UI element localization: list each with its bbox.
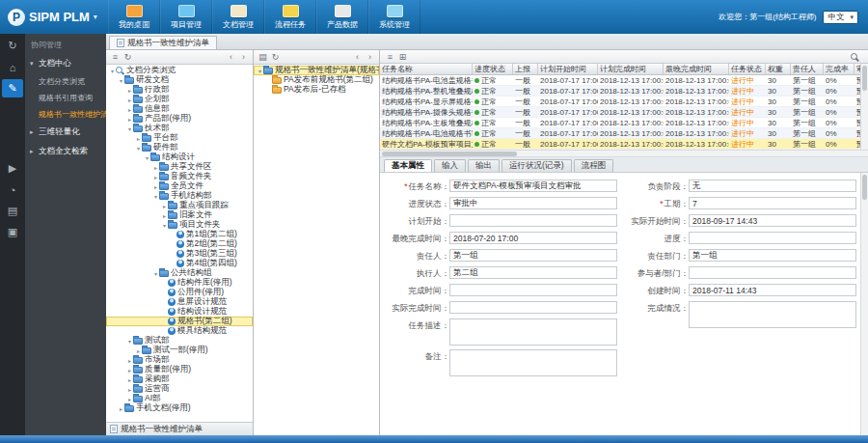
send-icon[interactable]: ▶ xyxy=(2,159,23,178)
collapse-icon[interactable]: ▾ xyxy=(126,338,133,345)
expand-icon[interactable]: ▸ xyxy=(126,386,133,393)
menu-item[interactable]: 规格书一致性维护清单 xyxy=(25,106,106,123)
executor-input[interactable]: 第二组 xyxy=(449,266,617,279)
nav-process[interactable]: 流程任务 xyxy=(264,0,316,34)
expand-icon[interactable]: ▸ xyxy=(161,203,168,209)
table-row[interactable]: 结构规格书PA-显示屏规格书审批正常一般2018-07-17 17:002018… xyxy=(380,97,860,107)
scrollbar-thumb[interactable] xyxy=(862,66,867,91)
tab-0[interactable]: 基本属性 xyxy=(384,159,432,172)
expand-icon[interactable]: ▸ xyxy=(126,97,133,103)
expand-icon[interactable]: ▸ xyxy=(126,376,133,383)
tab-3[interactable]: 运行状况(记录) xyxy=(502,159,572,172)
menu-group[interactable]: ▸ 文档全文检索 xyxy=(25,142,106,161)
home-icon[interactable]: ⌂ xyxy=(2,58,23,76)
tree-item[interactable]: ▸ 平台部 xyxy=(106,133,253,143)
expand-icon[interactable]: ▸ xyxy=(126,367,133,374)
expand-icon[interactable]: ▸ xyxy=(126,116,133,123)
next-icon[interactable]: › xyxy=(237,51,250,63)
actual-finish-input[interactable] xyxy=(449,301,617,314)
plan-start-input[interactable] xyxy=(449,214,617,227)
column-header-weight[interactable]: 权重 xyxy=(766,64,791,74)
tree-bottom-tab[interactable]: 规格书一致性维护清单 xyxy=(106,422,253,435)
owner-dept-input[interactable]: 第一组 xyxy=(689,249,856,262)
menu-icon[interactable]: ≡ xyxy=(384,51,396,63)
expand-icon[interactable]: ▸ xyxy=(126,106,133,113)
column-header-name[interactable]: 任务名称 xyxy=(380,64,473,74)
collapse-icon[interactable]: ▾ xyxy=(144,154,150,161)
collapse-icon[interactable]: ▾ xyxy=(135,145,142,152)
tree-item[interactable]: 模具结构规范 xyxy=(106,326,253,336)
nav-project[interactable]: 项目管理 xyxy=(160,0,212,34)
tree-item[interactable]: ▸ 企划部 xyxy=(106,95,253,104)
library-icon[interactable]: ▤ xyxy=(2,202,23,220)
menu-item[interactable]: 文档分类浏览 xyxy=(25,73,106,90)
column-header-status[interactable]: 任务状态 xyxy=(729,64,766,74)
table-row[interactable]: 结构规格书PA-电池规格书审批正常一般2018-07-17 17:002018-… xyxy=(380,128,860,139)
prev-icon[interactable]: ‹ xyxy=(225,51,237,63)
table-row[interactable]: 结构规格书PA-整机堆叠规格书审批正常一般2018-07-17 17:00201… xyxy=(380,86,860,97)
tree-item[interactable]: ▸ 运营商 xyxy=(106,384,253,394)
column-header-owner[interactable]: 责任人 xyxy=(791,64,824,74)
nav-desktop[interactable]: 我的桌面 xyxy=(108,0,160,34)
late-finish-input[interactable]: 2018-07-20 17:00 xyxy=(449,232,617,244)
stage-input[interactable]: 无 xyxy=(689,180,856,192)
owner-input[interactable]: 第一组 xyxy=(449,249,617,262)
task-name-input[interactable]: 硬件文档PA-模板预审项目文档审批 xyxy=(449,180,617,192)
expand-icon[interactable]: ▸ xyxy=(135,135,142,142)
progress-status-input[interactable]: 审批中 xyxy=(449,197,617,209)
scrollbar-thumb[interactable] xyxy=(862,175,867,200)
column-header-start[interactable]: 计划开始时间 xyxy=(538,64,598,74)
nav-document[interactable]: 文档管理 xyxy=(212,0,264,34)
monitor-icon[interactable]: ▣ xyxy=(2,223,23,241)
table-row[interactable]: 结构规格书PA-电池盖规格书审批正常一般2018-07-17 17:002018… xyxy=(380,75,860,86)
tree-item[interactable]: ▾ 研发文档 xyxy=(106,75,253,85)
actual-start-input[interactable]: 2018-09-17 14:43 xyxy=(689,214,856,227)
tree-item[interactable]: ▸ 质量部(停用) xyxy=(106,365,253,374)
progress-input[interactable] xyxy=(689,232,856,244)
expand-icon[interactable]: ▸ xyxy=(152,174,159,180)
collapse-icon[interactable]: ▾ xyxy=(118,77,124,84)
columns-icon[interactable]: ⊞ xyxy=(396,51,409,63)
filter-icon[interactable]: ≡ xyxy=(109,51,122,63)
finish-time-input[interactable] xyxy=(449,284,617,296)
expand-icon[interactable]: ▸ xyxy=(135,347,142,354)
participants-input[interactable] xyxy=(689,266,856,279)
table-horizontal-scrollbar[interactable] xyxy=(380,150,868,157)
prev-icon[interactable]: ‹ xyxy=(351,51,364,63)
table-vertical-scrollbar[interactable] xyxy=(860,64,868,150)
tree-item[interactable]: ▸ 测试一部(停用) xyxy=(106,346,253,355)
tree-item[interactable]: ▾ 文档分类浏览 xyxy=(106,66,253,75)
form-vertical-scrollbar[interactable] xyxy=(860,173,868,435)
remark-input[interactable] xyxy=(449,349,617,376)
expand-icon[interactable]: ▸ xyxy=(126,396,133,402)
table-row[interactable]: 结构规格书PA-摄像头规格书审批正常一般2018-07-17 17:002018… xyxy=(380,107,860,118)
tree-item[interactable]: ▸ 手机文档(停用) xyxy=(106,403,253,413)
tree-item[interactable]: ▸ 产品部(停用) xyxy=(106,114,253,124)
create-time-input[interactable]: 2018-07-11 14:43 xyxy=(689,284,856,296)
history-icon[interactable]: ◔ xyxy=(2,180,23,199)
sync-icon[interactable]: ↻ xyxy=(2,37,23,55)
refresh-icon[interactable]: ↻ xyxy=(122,51,134,63)
app-logo[interactable]: P SIPM PLM ▾ xyxy=(0,0,108,34)
column-header-rate[interactable]: 完成率 xyxy=(824,64,854,74)
next-icon[interactable]: › xyxy=(364,51,376,63)
collapse-icon[interactable]: ▾ xyxy=(109,68,116,74)
column-header-late_end[interactable]: 最晚完成时间 xyxy=(664,64,729,74)
task-desc-input[interactable] xyxy=(449,318,617,346)
column-header-plan_end[interactable]: 计划完成时间 xyxy=(598,64,664,74)
doc-list-icon[interactable]: ▤ xyxy=(257,51,269,63)
table-row[interactable]: 结构规格书PA-主板堆叠规格书审批正常一般2018-07-17 17:00201… xyxy=(380,118,860,128)
tree-item[interactable]: ▸ 采购部 xyxy=(106,374,253,384)
collapse-icon[interactable]: ▾ xyxy=(126,125,133,132)
edit-icon[interactable]: ✎ xyxy=(2,79,23,97)
collapse-icon[interactable]: ▾ xyxy=(161,222,168,229)
tab-2[interactable]: 输出 xyxy=(468,159,500,172)
expand-icon[interactable]: ▸ xyxy=(152,164,159,171)
duration-input[interactable]: 7 xyxy=(689,197,856,209)
tab-1[interactable]: 输入 xyxy=(434,159,466,172)
language-select[interactable]: 中文 ▾ xyxy=(823,11,858,24)
expand-icon[interactable]: ▸ xyxy=(161,212,168,219)
collapse-icon[interactable]: ▾ xyxy=(257,68,263,74)
collapse-icon[interactable]: ▾ xyxy=(152,193,159,200)
expand-icon[interactable]: ▸ xyxy=(152,183,159,190)
